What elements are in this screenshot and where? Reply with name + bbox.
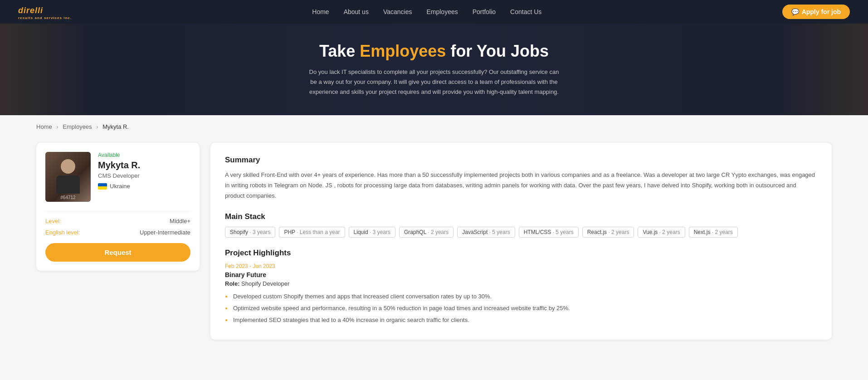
level-row: Level: Middle+ [45,218,190,224]
apply-for-job-button[interactable]: 💬 Apply for job [782,5,850,19]
breadcrumb-home[interactable]: Home [36,123,52,130]
english-label: English level: [45,229,80,236]
nav-about[interactable]: About us [344,8,369,15]
profile-details: Level: Middle+ English level: Upper-Inte… [45,211,190,236]
flag-ukraine [98,183,107,190]
avatar-image: #64712 [45,152,91,202]
tech-tag: Shopify · 3 years [225,227,275,238]
nav-employees[interactable]: Employees [426,8,458,15]
tech-tag: React.js · 2 years [582,227,634,238]
logo[interactable]: direlli results and services inc. [18,4,72,20]
available-badge: Available [98,152,190,158]
hero-subtitle: Do you lack IT specialists to complete a… [307,67,561,97]
avatar: #64712 [45,152,91,202]
stack-title: Main Stack [225,212,817,221]
breadcrumb-sep2: › [96,123,98,130]
tech-tag: HTML/CSS · 5 years [519,227,579,238]
chat-icon: 💬 [791,8,799,15]
profile-name: Mykyta R. [98,160,190,171]
tech-tags: Shopify · 3 yearsPHP · Less than a yearL… [225,227,817,238]
profile-country: Ukraine [98,183,190,190]
profile-info: Available Mykyta R. CMS Developer Ukrain… [98,152,190,190]
nav-home[interactable]: Home [312,8,329,15]
english-row: English level: Upper-Intermediate [45,229,190,236]
hero-section: Take Employees for You Jobs Do you lack … [0,24,868,115]
level-label: Level: [45,218,61,224]
summary-text: A very skilled Front-End with over 4+ ye… [225,170,817,201]
tech-tag: Liquid · 3 years [349,227,395,238]
project-item: Feb 2023 - Jun 2023 Binary Future Role: … [225,263,817,325]
summary-title: Summary [225,156,817,165]
profile-header: #64712 Available Mykyta R. CMS Developer… [45,152,190,202]
logo-text: direlli [18,6,43,15]
tech-tag: GraphQL · 2 years [399,227,454,238]
profile-card: #64712 Available Mykyta R. CMS Developer… [36,143,200,271]
project-bullet: Developed custom Shopify themes and apps… [225,292,817,302]
projects-container: Feb 2023 - Jun 2023 Binary Future Role: … [225,263,817,325]
project-bullet: Implemented SEO strategies that led to a… [225,315,817,325]
project-date: Feb 2023 - Jun 2023 [225,263,817,269]
project-bullets: Developed custom Shopify themes and apps… [225,292,817,325]
english-value: Upper-Intermediate [140,229,190,236]
tech-tag: Vue.js · 2 years [638,227,685,238]
nav-contact[interactable]: Contact Us [510,8,541,15]
detail-panel: Summary A very skilled Front-End with ov… [210,143,832,340]
project-company: Binary Future [225,271,817,278]
navbar: direlli results and services inc. Home A… [0,0,868,24]
profile-role: CMS Developer [98,172,190,179]
nav-portfolio[interactable]: Portfolio [473,8,496,15]
person-silhouette [56,159,80,194]
breadcrumb: Home › Employees › Mykyta R. [0,115,868,138]
breadcrumb-current: Mykyta R. [102,123,129,130]
request-button[interactable]: Request [45,243,190,262]
project-bullet: Optimized website speed and performance,… [225,303,817,313]
projects-title: Project Highlights [225,248,817,258]
nav-menu: Home About us Vacancies Employees Portfo… [312,8,541,16]
breadcrumb-sep1: › [56,123,58,130]
avatar-id: #64712 [45,195,91,200]
person-head [61,159,75,174]
hero-title: Take Employees for You Jobs [319,42,549,61]
tech-tag: JavaScript · 5 years [457,227,515,238]
stack-section: Main Stack Shopify · 3 yearsPHP · Less t… [225,212,817,238]
project-role: Role: Shopify Developer [225,280,817,287]
main-content: #64712 Available Mykyta R. CMS Developer… [0,138,868,358]
person-body [56,175,80,194]
nav-vacancies[interactable]: Vacancies [383,8,412,15]
tech-tag: Next.js · 2 years [689,227,738,238]
level-value: Middle+ [170,218,190,224]
logo-sub: results and services inc. [18,16,72,20]
tech-tag: PHP · Less than a year [279,227,345,238]
breadcrumb-employees[interactable]: Employees [63,123,92,130]
